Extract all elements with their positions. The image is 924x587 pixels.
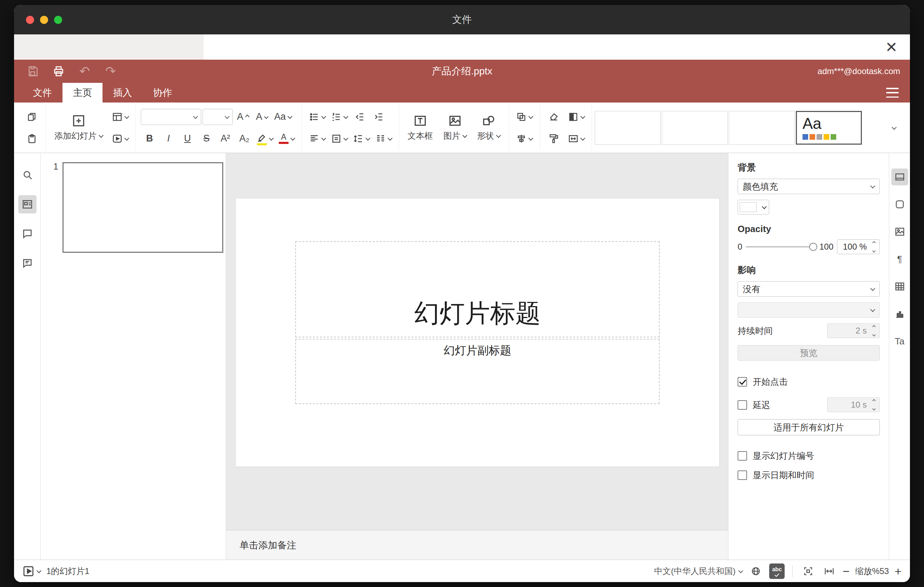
theme-gallery-expand-button[interactable]	[885, 111, 903, 145]
fill-color-dropdown[interactable]	[738, 200, 769, 214]
show-slide-number-checkbox[interactable]	[738, 451, 747, 461]
theme-tile[interactable]	[729, 111, 795, 145]
slideshow-dropdown[interactable]	[110, 130, 130, 148]
background-app-remnant	[14, 35, 204, 60]
apply-to-all-slides-button[interactable]: 适用于所有幻灯片	[738, 419, 880, 435]
paste-button[interactable]	[23, 130, 41, 148]
slides-panel-button[interactable]	[18, 195, 36, 213]
set-language-button[interactable]	[748, 564, 764, 579]
italic-button[interactable]: I	[160, 130, 177, 148]
fit-width-button[interactable]	[822, 564, 837, 579]
vertical-align-dropdown[interactable]	[329, 130, 350, 148]
slide-settings-tab[interactable]	[891, 168, 908, 185]
arrange-shape-dropdown[interactable]	[514, 108, 535, 126]
tab-home[interactable]: 主页	[63, 83, 102, 102]
shape-settings-tab[interactable]	[891, 196, 908, 213]
zoom-in-button[interactable]: +	[894, 565, 901, 577]
font-color-dropdown[interactable]: A	[277, 130, 297, 148]
fit-slide-button[interactable]	[800, 564, 816, 579]
subscript-button[interactable]: A₂	[236, 130, 253, 148]
font-name-combo[interactable]	[141, 109, 201, 125]
theme-color-swatch	[802, 134, 808, 140]
zoom-out-button[interactable]: −	[843, 565, 850, 577]
opacity-slider[interactable]	[746, 246, 816, 247]
tab-collaboration[interactable]: 协作	[142, 83, 183, 102]
decrease-indent-button[interactable]	[351, 108, 369, 126]
paragraph-settings-tab[interactable]: ¶	[891, 251, 908, 267]
delay-spinner[interactable]: 10 s	[827, 397, 880, 412]
close-icon[interactable]: ✕	[883, 38, 900, 56]
align-shape-dropdown[interactable]	[514, 130, 535, 148]
start-on-click-checkbox[interactable]	[738, 377, 747, 386]
tab-insert[interactable]: 插入	[102, 83, 142, 102]
table-settings-tab[interactable]	[891, 278, 908, 295]
effect-section-label: 影响	[738, 264, 880, 276]
fill-type-dropdown[interactable]: 颜色填充	[738, 179, 880, 194]
slide-canvas[interactable]: 幻灯片标题 幻灯片副标题	[235, 198, 720, 467]
strikethrough-button[interactable]: S	[198, 130, 215, 148]
underline-button[interactable]: U	[179, 130, 196, 148]
slide-thumbnail-1[interactable]	[63, 162, 223, 253]
opacity-spinner[interactable]: 100 %	[837, 239, 880, 254]
theme-tile[interactable]	[662, 111, 728, 145]
columns-dropdown[interactable]	[373, 130, 394, 148]
chart-settings-tab[interactable]	[891, 305, 908, 322]
feedback-button[interactable]	[18, 254, 36, 272]
color-scheme-icon	[568, 112, 579, 122]
effect-dropdown[interactable]: 没有	[738, 281, 880, 297]
font-size-combo[interactable]	[203, 109, 233, 125]
subtitle-placeholder[interactable]: 幻灯片副标题	[295, 339, 660, 404]
duration-spinner[interactable]: 2 s	[827, 323, 880, 338]
effect-type-dropdown[interactable]	[738, 302, 880, 318]
increase-indent-button[interactable]	[370, 108, 388, 126]
spinner-arrows[interactable]	[871, 242, 877, 252]
line-spacing-dropdown[interactable]	[351, 130, 372, 148]
undo-button[interactable]: ↶	[76, 63, 93, 80]
insert-image-dropdown[interactable]: 图片	[440, 107, 470, 148]
slide-size-dropdown[interactable]	[566, 130, 587, 148]
preview-button[interactable]: 预览	[738, 345, 880, 361]
bullets-dropdown[interactable]	[307, 108, 328, 126]
bold-button[interactable]: B	[141, 130, 158, 148]
print-button[interactable]	[50, 63, 68, 80]
horizontal-align-dropdown[interactable]	[307, 130, 328, 148]
slide-layout-dropdown[interactable]	[110, 108, 130, 126]
add-slide-button[interactable]: 添加幻灯片	[51, 107, 106, 148]
superscript-button[interactable]: A²	[216, 130, 234, 148]
search-button[interactable]	[18, 166, 36, 184]
copy-button[interactable]	[23, 108, 41, 126]
delay-row: 延迟 10 s	[738, 397, 880, 412]
increment-font-button[interactable]: A	[234, 108, 252, 126]
insert-shape-dropdown[interactable]: 形状	[474, 107, 504, 148]
decrement-font-button[interactable]: A	[253, 108, 271, 126]
change-case-dropdown[interactable]: Aa	[272, 108, 294, 126]
save-button[interactable]	[24, 63, 41, 80]
redo-icon: ↷	[105, 65, 116, 77]
show-datetime-checkbox[interactable]	[738, 470, 747, 480]
clear-style-button[interactable]	[545, 108, 563, 126]
theme-tile-selected[interactable]: Aa	[796, 111, 862, 145]
delay-checkbox[interactable]	[738, 400, 747, 410]
language-selector[interactable]: 中文(中华人民共和国)	[654, 566, 742, 577]
start-slideshow-button[interactable]	[23, 565, 41, 577]
notes-area[interactable]: 单击添加备注	[226, 530, 728, 560]
title-placeholder[interactable]: 幻灯片标题	[295, 241, 660, 337]
spellcheck-button[interactable]: abc	[769, 564, 785, 579]
highlight-color-dropdown[interactable]	[254, 130, 275, 148]
hamburger-menu-icon[interactable]	[886, 88, 899, 97]
spinner-arrows[interactable]	[871, 399, 877, 410]
tab-file[interactable]: 文件	[23, 83, 63, 102]
image-settings-tab[interactable]	[891, 223, 908, 240]
window-title: 文件	[14, 5, 910, 35]
comments-button[interactable]	[18, 225, 36, 243]
chevron-down-icon	[321, 135, 326, 140]
textart-settings-tab[interactable]: Ta	[891, 333, 908, 350]
numbering-dropdown[interactable]	[329, 108, 350, 126]
spinner-arrows[interactable]	[871, 325, 877, 336]
insert-textbox-button[interactable]: 文本框	[404, 107, 436, 148]
theme-tile[interactable]	[595, 111, 661, 145]
redo-button[interactable]: ↷	[102, 63, 119, 80]
copy-style-button[interactable]	[545, 130, 563, 148]
opacity-slider-knob[interactable]	[809, 243, 817, 251]
color-scheme-dropdown[interactable]	[566, 108, 587, 126]
